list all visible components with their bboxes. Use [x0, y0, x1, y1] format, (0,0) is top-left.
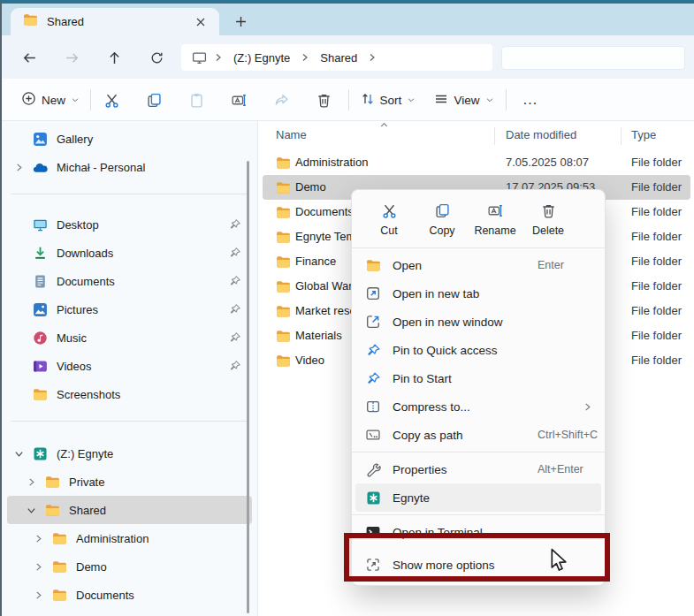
folder-icon [30, 387, 50, 402]
sidebar-item-music[interactable]: Music [7, 323, 252, 352]
file-type: File folder [631, 304, 682, 317]
rename-button[interactable] [221, 85, 256, 115]
expander-chevron-icon[interactable] [27, 534, 50, 544]
quick-action-rename[interactable]: Rename [470, 197, 520, 241]
navigation-bar: (Z:) Egnyte Shared [2, 35, 694, 79]
share-button[interactable] [263, 85, 299, 115]
menu-item-label: Properties [393, 463, 447, 476]
sidebar-item-private[interactable]: Private [7, 468, 252, 496]
expander-chevron-icon[interactable] [19, 477, 42, 487]
folder-icon [42, 475, 62, 490]
chevron-down-icon [71, 94, 80, 107]
folder-icon [276, 230, 291, 247]
breadcrumb-folder[interactable]: Shared [316, 49, 361, 66]
address-bar[interactable]: (Z:) Egnyte Shared [181, 44, 492, 71]
refresh-button[interactable] [141, 44, 172, 71]
compress-icon [364, 399, 382, 414]
terminal-icon [364, 524, 382, 540]
expander-chevron-icon[interactable] [7, 163, 30, 172]
sidebar-item-documents[interactable]: Documents [7, 581, 252, 609]
desktop-icon [30, 217, 50, 232]
file-type: File folder [631, 354, 682, 367]
tab-bar: Shared [2, 4, 694, 35]
menu-item-open-in-terminal[interactable]: Open in Terminal [355, 518, 601, 546]
sidebar-item-michał-personal[interactable]: Michał - Personal [7, 153, 252, 181]
column-header-type[interactable]: Type [631, 128, 656, 141]
menu-item-compress-to[interactable]: Compress to... [355, 392, 601, 421]
expander-chevron-icon[interactable] [7, 449, 30, 459]
column-divider[interactable] [494, 127, 495, 145]
quick-action-cut[interactable]: Cut [364, 197, 414, 241]
file-name: Documents [295, 205, 354, 218]
menu-item-open-in-new-tab[interactable]: Open in new tab [355, 279, 601, 308]
menu-item-open-in-new-window[interactable]: Open in new window [355, 308, 601, 336]
menu-item-open[interactable]: Open Enter [355, 251, 601, 279]
folder-icon [50, 559, 69, 574]
new-button[interactable]: New [16, 85, 85, 115]
forward-button[interactable] [57, 44, 87, 71]
menu-item-pin-to-start[interactable]: Pin to Start [355, 364, 601, 392]
sidebar-item-documents[interactable]: Documents [7, 267, 252, 295]
copy-button[interactable] [136, 85, 172, 115]
menu-item-label: Open in Terminal [393, 526, 483, 539]
menu-item-egnyte[interactable]: Egnyte [355, 483, 601, 512]
file-row-administration[interactable]: Administration 7.05.2025 08:07 File fold… [263, 150, 690, 175]
quick-action-copy[interactable]: Copy [417, 197, 467, 241]
up-button[interactable] [99, 44, 129, 71]
share-icon [273, 92, 290, 109]
sidebar-item-z-egnyte[interactable]: (Z:) Egnyte [7, 439, 252, 468]
cut-button[interactable] [94, 85, 129, 115]
sidebar-item-administration[interactable]: Administration [7, 524, 252, 552]
this-pc-icon[interactable] [192, 50, 207, 65]
more-options-button[interactable]: ... [515, 85, 546, 115]
sidebar-scrollbar[interactable] [247, 161, 249, 613]
menu-item-shortcut: Ctrl+Shift+C [538, 429, 598, 441]
menu-item-label: Show more options [393, 559, 495, 572]
sidebar-item-label: Desktop [57, 218, 229, 232]
sidebar-item-egnyte-templates[interactable]: Egnyte Templates [7, 609, 252, 616]
file-type: File folder [631, 329, 682, 342]
pin-blue-icon [364, 371, 382, 386]
menu-item-label: Pin to Quick access [393, 344, 498, 357]
delete-button[interactable] [306, 85, 341, 115]
tab-shared[interactable]: Shared [11, 8, 219, 35]
cut-icon [381, 202, 398, 222]
folder-icon [276, 279, 291, 297]
expander-chevron-icon[interactable] [19, 506, 42, 515]
sidebar-item-shared[interactable]: Shared [7, 496, 252, 524]
sidebar-item-pictures[interactable]: Pictures [7, 295, 252, 323]
sidebar-item-label: Private [69, 475, 252, 489]
search-box[interactable] [501, 46, 685, 70]
sidebar-item-demo[interactable]: Demo [7, 552, 252, 581]
menu-item-pin-to-quick-access[interactable]: Pin to Quick access [355, 336, 601, 364]
close-tab-icon[interactable] [189, 12, 212, 32]
menu-item-copy-as-path[interactable]: Copy as path Ctrl+Shift+C [355, 421, 601, 449]
expander-chevron-icon[interactable] [27, 562, 50, 572]
sort-button[interactable]: Sort [359, 85, 417, 115]
file-date-modified: 7.05.2025 08:07 [506, 156, 589, 169]
menu-item-show-more-options[interactable]: Show more options [355, 546, 601, 583]
sidebar-item-videos[interactable]: Videos [7, 352, 252, 380]
copy-as-path-icon [364, 427, 382, 443]
file-name: Demo [295, 180, 326, 194]
expander-chevron-icon[interactable] [27, 590, 50, 600]
back-button[interactable] [14, 44, 44, 71]
column-header-name[interactable]: Name [276, 128, 307, 141]
column-header-date-modified[interactable]: Date modified [506, 128, 576, 141]
view-button[interactable]: View [433, 85, 495, 115]
menu-item-properties[interactable]: Properties Alt+Enter [355, 455, 601, 483]
paste-button[interactable] [179, 85, 214, 115]
quick-action-delete[interactable]: Delete [523, 197, 573, 241]
sidebar-item-desktop[interactable]: Desktop [7, 210, 252, 239]
new-tab-button[interactable] [228, 11, 253, 32]
folder-icon [50, 531, 69, 546]
sidebar-item-screenshots[interactable]: Screenshots [7, 380, 252, 408]
sidebar-item-label: (Z:) Egnyte [57, 447, 252, 460]
column-divider[interactable] [621, 127, 622, 145]
sidebar-item-downloads[interactable]: Downloads [7, 239, 252, 267]
sidebar-item-gallery[interactable]: Gallery [7, 125, 252, 153]
menu-item-label: Copy as path [393, 429, 463, 442]
quick-action-label: Cut [380, 224, 397, 237]
menu-divider [352, 247, 605, 248]
breadcrumb-drive[interactable]: (Z:) Egnyte [230, 49, 294, 66]
